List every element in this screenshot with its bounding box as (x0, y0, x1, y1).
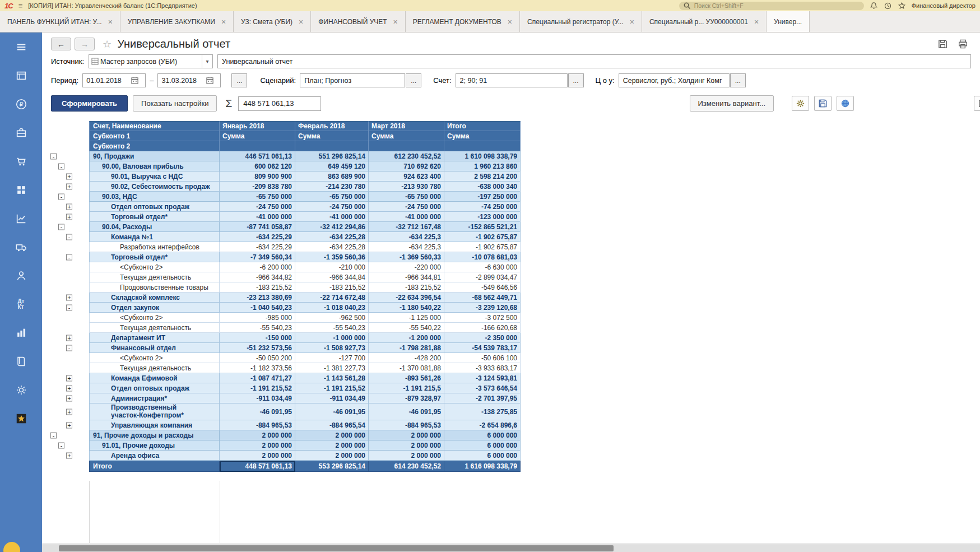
amount-cell[interactable]: -197 250 000 (444, 192, 521, 202)
amount-cell[interactable]: -24 750 000 (220, 202, 295, 212)
scrollbar-thumb[interactable] (59, 545, 614, 551)
collapse-icon[interactable]: - (66, 345, 72, 351)
amount-cell[interactable]: -1 191 215,5 (369, 383, 444, 393)
tab-7[interactable]: Специальный р... УУ000000001× (642, 11, 767, 32)
amount-cell[interactable]: -74 250 000 (444, 202, 521, 212)
tab-5[interactable]: РЕГЛАМЕНТ ДОКУМЕНТОВ× (406, 11, 520, 32)
amount-cell[interactable]: -966 344,82 (220, 272, 295, 282)
amount-cell[interactable]: -138 275,85 (444, 403, 521, 420)
amount-cell[interactable]: -214 230 780 (295, 182, 369, 192)
amount-cell[interactable]: 809 900 900 (220, 171, 295, 182)
amount-cell[interactable]: -1 125 000 (369, 313, 444, 323)
amount-cell[interactable]: -634 225,28 (295, 242, 369, 252)
notifications-bell-icon[interactable] (870, 2, 878, 10)
row-label-cell[interactable]: 90.00, Валовая прибыль (89, 161, 220, 171)
ruble-icon[interactable]: ₽ (15, 98, 28, 111)
amount-cell[interactable]: -55 540,22 (369, 323, 444, 333)
period-to-field[interactable] (157, 73, 221, 87)
expand-icon[interactable]: + (66, 295, 72, 301)
amount-cell[interactable]: 612 230 452,52 (369, 151, 444, 161)
tab-1[interactable]: ПАНЕЛЬ ФУНКЦИЙ ИТАН: У...× (0, 11, 120, 32)
amount-cell[interactable]: 863 689 900 (295, 171, 369, 182)
tab-6[interactable]: Специальный регистратор (У...× (520, 11, 642, 32)
amount-cell[interactable]: 6 000 000 (444, 430, 521, 440)
row-label-cell[interactable]: Текущая деятельность (89, 272, 220, 282)
save-variant-icon[interactable] (814, 96, 832, 111)
row-label-cell[interactable]: <Субконто 2> (89, 353, 220, 363)
amount-cell[interactable]: -183 215,52 (295, 282, 369, 293)
amount-cell[interactable]: -1 200 000 (369, 333, 444, 343)
amount-cell[interactable]: -1 370 081,88 (369, 363, 444, 373)
amount-cell[interactable]: -220 000 (369, 262, 444, 272)
row-label-cell[interactable]: Складской комплекс (89, 293, 220, 303)
collapse-icon[interactable]: - (50, 154, 57, 160)
amount-cell[interactable]: -911 034,49 (220, 393, 295, 403)
amount-cell[interactable]: -1 087 471,27 (220, 373, 295, 383)
row-label-cell[interactable]: 90.04, Расходы (89, 222, 220, 232)
amount-cell[interactable]: -46 091,95 (220, 403, 295, 420)
expand-icon[interactable]: + (66, 174, 72, 180)
amount-cell[interactable]: -1 143 561,28 (295, 373, 369, 383)
expand-icon[interactable]: + (66, 335, 72, 341)
tab-3[interactable]: УЗ: Смета (УБИ)× (234, 11, 311, 32)
save-icon[interactable] (937, 39, 949, 50)
amount-cell[interactable]: 1 610 098 338,79 (444, 151, 521, 161)
amount-cell[interactable]: 2 000 000 (295, 430, 369, 440)
amount-cell[interactable]: 2 000 000 (369, 430, 444, 440)
amount-cell[interactable]: -55 540,23 (220, 323, 295, 333)
change-variant-button[interactable]: Изменить вариант... (690, 95, 774, 112)
amount-cell[interactable]: 2 000 000 (220, 440, 295, 451)
amount-cell[interactable]: -966 344,84 (295, 272, 369, 282)
amount-cell[interactable]: 446 571 061,13 (220, 151, 295, 161)
sales-chart-icon[interactable] (15, 212, 28, 225)
amount-cell[interactable]: -210 000 (295, 262, 369, 272)
amount-cell[interactable]: -962 500 (295, 313, 369, 323)
amount-cell[interactable]: -911 034,49 (295, 393, 369, 403)
tab-close-icon[interactable]: × (221, 18, 226, 26)
row-label-cell[interactable]: 90, Продажи (89, 151, 220, 161)
amount-cell[interactable]: -1 018 040,23 (295, 303, 369, 313)
print-icon[interactable] (958, 39, 969, 50)
amount-cell[interactable]: 2 000 000 (220, 451, 295, 461)
collapse-icon[interactable]: - (58, 194, 64, 200)
calendar-icon[interactable] (128, 74, 141, 87)
amount-cell[interactable]: -3 573 646,54 (444, 383, 521, 393)
calendar-icon[interactable] (203, 74, 216, 87)
bar-chart-icon[interactable] (15, 326, 28, 340)
amount-cell[interactable]: 2 598 214 200 (444, 171, 521, 182)
chevron-down-icon[interactable]: ▾ (202, 55, 212, 68)
amount-cell[interactable]: -879 328,97 (369, 393, 444, 403)
amount-cell[interactable]: -41 000 000 (295, 212, 369, 222)
amount-cell[interactable]: -1 369 560,33 (369, 252, 444, 262)
amount-cell[interactable]: -634 225,3 (369, 242, 444, 252)
amount-cell[interactable]: -638 000 340 (444, 182, 521, 192)
collapse-icon[interactable]: - (58, 224, 64, 230)
clipped-toolbar-icon[interactable] (974, 96, 980, 111)
total-label-cell[interactable]: Итого (89, 461, 220, 472)
account-more-button[interactable]: ... (568, 73, 584, 87)
amount-cell[interactable]: 551 296 825,14 (295, 151, 369, 161)
amount-cell[interactable]: -213 930 780 (369, 182, 444, 192)
add-favorite-star-icon[interactable]: ☆ (103, 38, 112, 50)
amount-cell[interactable]: -2 654 896,6 (444, 420, 521, 430)
amount-cell[interactable]: -884 965,53 (369, 420, 444, 430)
cart-icon[interactable] (15, 155, 28, 168)
amount-cell[interactable]: -123 000 000 (444, 212, 521, 222)
forward-button[interactable]: → (75, 38, 95, 50)
row-label-cell[interactable]: Торговый отдел* (89, 212, 220, 222)
amount-cell[interactable]: -2 701 397,95 (444, 393, 521, 403)
amount-cell[interactable]: -428 200 (369, 353, 444, 363)
period-to-input[interactable] (158, 77, 203, 85)
report-name-field[interactable] (217, 54, 971, 68)
function-panel-icon[interactable] (15, 69, 28, 82)
delivery-truck-icon[interactable] (15, 240, 28, 254)
amount-cell[interactable]: -51 232 573,56 (220, 343, 295, 353)
row-label-cell[interactable]: 90.01, Выручка с НДС (89, 171, 220, 182)
amount-cell[interactable]: -46 091,95 (369, 403, 444, 420)
row-label-cell[interactable]: Финансовый отдел (89, 343, 220, 353)
amount-cell[interactable]: 649 459 120 (295, 161, 369, 171)
selected-total-cell[interactable]: 448 571 061,13 (220, 461, 295, 472)
dt-kt-icon[interactable]: ДтКт (15, 298, 28, 311)
assistant-bubble-icon[interactable] (3, 542, 20, 552)
amount-cell[interactable]: -1 798 281,88 (369, 343, 444, 353)
